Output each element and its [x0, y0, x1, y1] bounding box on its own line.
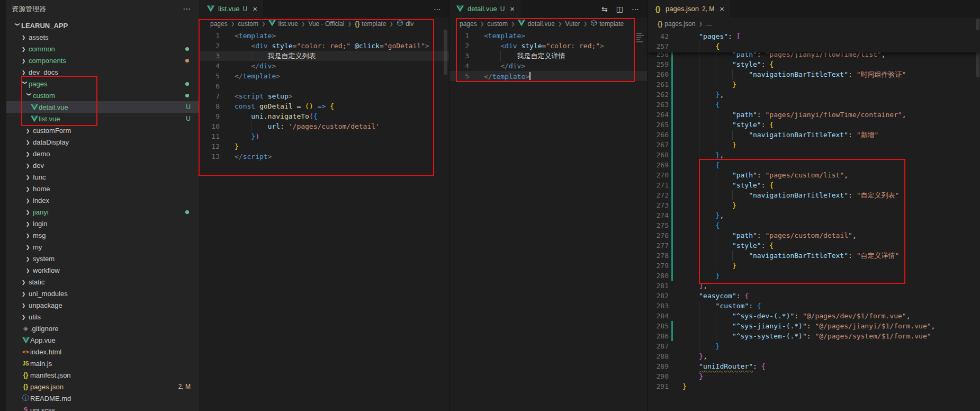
breadcrumb-item-detail-vue[interactable]: detail.vue: [518, 20, 554, 28]
tree-item-demo[interactable]: ❯demo: [6, 148, 200, 159]
tree-item-index-html[interactable]: <>index.html: [6, 346, 200, 358]
tab-list-vue[interactable]: list.vueU×: [200, 0, 264, 17]
code-line[interactable]: 285"^sys-jianyi-(.*)": "@/pages/jianyi/$…: [648, 321, 980, 331]
tree-item-components[interactable]: ❯components: [6, 55, 200, 66]
code-line[interactable]: 279}: [648, 261, 980, 271]
code-line[interactable]: 13</script>: [200, 151, 449, 162]
breadcrumb-item-vuter[interactable]: Vuter: [565, 20, 580, 28]
tree-item-uni-modules[interactable]: ❯uni_modules: [6, 288, 200, 299]
code-line[interactable]: 283"custom": {: [648, 301, 980, 311]
breadcrumb-item-pages[interactable]: pages: [210, 20, 228, 28]
tree-item-assets[interactable]: ❯assets: [6, 31, 200, 43]
code-line[interactable]: 269{: [648, 160, 980, 170]
tree-item-unpackage[interactable]: ❯unpackage: [6, 299, 200, 311]
close-icon[interactable]: ×: [510, 4, 515, 13]
code-line[interactable]: 268},: [648, 150, 980, 160]
tree-item-customform[interactable]: ❯customForm: [6, 124, 200, 136]
tree-item-home[interactable]: ❯home: [6, 183, 200, 194]
code-line[interactable]: 277"style": {: [648, 240, 980, 251]
code-line[interactable]: 263{: [648, 100, 980, 110]
code-line[interactable]: 288},: [648, 351, 980, 361]
tree-item-pages[interactable]: ❯pages: [6, 78, 200, 90]
code-line[interactable]: 3我是自定义列表: [200, 51, 449, 61]
open-changes-icon[interactable]: ⇆: [601, 5, 608, 13]
more-actions-icon[interactable]: ⋯: [434, 5, 441, 13]
tree-item-system[interactable]: ❯system: [6, 253, 200, 264]
scrollbar-thumb[interactable]: [444, 30, 447, 75]
code-line[interactable]: 286"^sys-system-(.*)": "@/pages/system/$…: [648, 331, 980, 341]
code-line[interactable]: 10url: '/pages/custom/detail': [200, 121, 449, 131]
code-line[interactable]: 6: [200, 81, 449, 91]
code-line[interactable]: 282"easycom": {: [648, 291, 980, 301]
code-line[interactable]: 281],: [648, 281, 980, 291]
code-line[interactable]: 4</div>: [449, 61, 648, 71]
code-line[interactable]: 3我是自定义详情: [449, 51, 648, 61]
code-editor[interactable]: 1<template>2<div style="color: red;">3我是…: [449, 31, 648, 81]
code-line[interactable]: 291}: [648, 381, 980, 391]
code-line[interactable]: 278"navigationBarTitleText": "自定义详情": [648, 251, 980, 261]
tree-item-func[interactable]: ❯func: [6, 171, 200, 183]
code-line[interactable]: 11}): [200, 131, 449, 141]
tree-item-custom[interactable]: ❯custom: [6, 90, 200, 101]
breadcrumb-item-list-vue[interactable]: list.vue: [268, 20, 298, 28]
tree-item-common[interactable]: ❯common: [6, 43, 200, 55]
code-line[interactable]: 12}: [200, 141, 449, 151]
tree-item-index[interactable]: ❯index: [6, 194, 200, 206]
tree-item-detail-vue[interactable]: detail.vueU: [6, 101, 200, 113]
tree-item-app-vue[interactable]: App.vue: [6, 334, 200, 346]
tree-item-gitignore[interactable]: ◈.gitignore: [6, 323, 200, 334]
tree-item-my[interactable]: ❯my: [6, 241, 200, 253]
code-line[interactable]: 9uni.navigateTo({: [200, 111, 449, 121]
code-line[interactable]: 2<div style="color: red;" @click="goDeta…: [200, 41, 449, 51]
code-line[interactable]: 272"navigationBarTitleText": "自定义列表": [648, 190, 980, 200]
sticky-line[interactable]: 257{: [648, 41, 980, 51]
code-line[interactable]: 1<template>: [200, 31, 449, 41]
code-line[interactable]: 259"style": {: [648, 59, 980, 69]
breadcrumb-item-vue-official[interactable]: Vue - Official: [308, 20, 344, 28]
tree-item-dev[interactable]: ❯dev: [6, 159, 200, 171]
code-line[interactable]: 275{: [648, 220, 980, 230]
more-actions-icon[interactable]: ⋯: [632, 5, 639, 13]
code-line[interactable]: 284"^sys-dev-(.*)": "@/pages/dev/$1/form…: [648, 311, 980, 321]
tree-item-msg[interactable]: ❯msg: [6, 229, 200, 241]
code-line[interactable]: 289"uniIdRouter": {: [648, 361, 980, 371]
code-line[interactable]: 260"navigationBarTitleText": "时间组件验证": [648, 69, 980, 79]
minimap[interactable]: [636, 32, 645, 42]
code-line[interactable]: 274},: [648, 210, 980, 220]
code-line[interactable]: 280}: [648, 271, 980, 281]
breadcrumb-item-template[interactable]: {}template: [355, 20, 386, 28]
code-line[interactable]: 261}: [648, 79, 980, 90]
tree-item-pages-json[interactable]: {}pages.json2, M: [6, 381, 200, 392]
tab-pages-json[interactable]: {}pages.json2, M×: [648, 0, 731, 17]
tree-item-uni-scss[interactable]: Suni.scss: [6, 404, 200, 411]
code-line[interactable]: 2<div style="color: red;">: [449, 41, 648, 51]
tree-item-static[interactable]: ❯static: [6, 276, 200, 288]
tree-item-list-vue[interactable]: list.vueU: [6, 113, 200, 124]
tree-item-learun-app[interactable]: ❯LEARUN_APP: [6, 20, 200, 31]
split-editor-icon[interactable]: ◫: [616, 5, 623, 13]
tree-item-dev-docs[interactable]: ❯dev_docs: [6, 66, 200, 78]
breadcrumb-item-div[interactable]: div: [397, 20, 413, 28]
code-editor[interactable]: 1<template>2<div style="color: red;" @cl…: [200, 31, 449, 162]
code-editor[interactable]: 258"path": "pages/jianyi/flowTime/list",…: [648, 49, 980, 391]
code-line[interactable]: 264"path": "pages/jianyi/flowTime/contai…: [648, 110, 980, 120]
close-icon[interactable]: ×: [720, 4, 724, 13]
code-line[interactable]: 266"navigationBarTitleText": "新增": [648, 130, 980, 140]
breadcrumb-item-[interactable]: …: [706, 20, 712, 28]
tree-item-utils[interactable]: ❯utils: [6, 311, 200, 323]
code-line[interactable]: 262},: [648, 90, 980, 100]
tree-item-workflow[interactable]: ❯workflow: [6, 264, 200, 276]
code-line[interactable]: 5</template>: [449, 71, 648, 81]
code-line[interactable]: 4</div>: [200, 61, 449, 71]
tree-item-login[interactable]: ❯login: [6, 218, 200, 229]
tree-item-main-js[interactable]: JSmain.js: [6, 358, 200, 369]
breadcrumb-item-custom[interactable]: custom: [238, 20, 258, 28]
code-line[interactable]: 273}: [648, 200, 980, 210]
tree-item-manifest-json[interactable]: {}manifest.json: [6, 369, 200, 381]
breadcrumb-item-pages-json[interactable]: {}pages.json: [658, 20, 695, 28]
code-line[interactable]: 1<template>: [449, 31, 648, 41]
sticky-line[interactable]: 42"pages": [: [648, 31, 980, 41]
tree-item-jianyi[interactable]: ❯jianyi: [6, 206, 200, 218]
code-line[interactable]: 265"style": {: [648, 120, 980, 130]
breadcrumb-item-custom[interactable]: custom: [487, 20, 508, 28]
